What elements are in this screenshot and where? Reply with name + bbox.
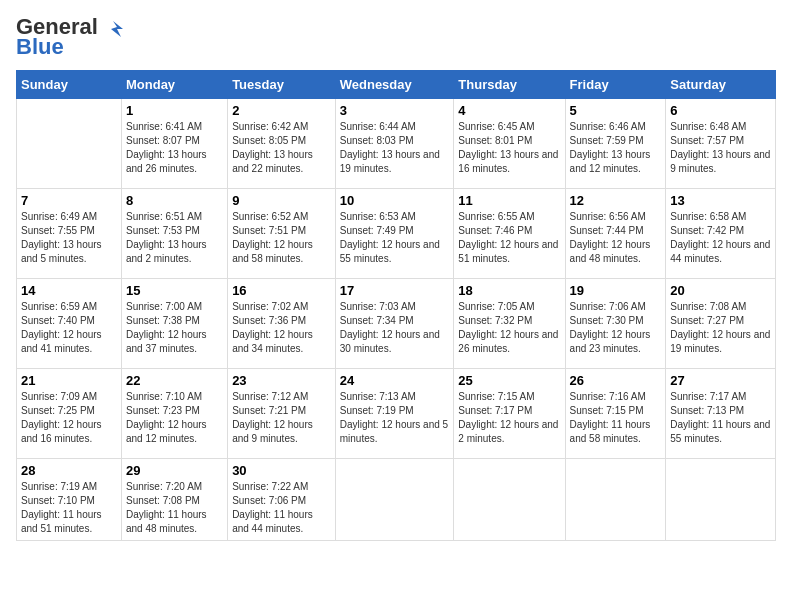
day-info: Sunrise: 6:44 AMSunset: 8:03 PMDaylight:… bbox=[340, 120, 450, 176]
calendar-day-cell bbox=[17, 99, 122, 189]
day-info: Sunrise: 6:52 AMSunset: 7:51 PMDaylight:… bbox=[232, 210, 331, 266]
calendar-day-cell: 30Sunrise: 7:22 AMSunset: 7:06 PMDayligh… bbox=[228, 459, 336, 541]
day-number: 18 bbox=[458, 283, 560, 298]
calendar-day-cell: 13Sunrise: 6:58 AMSunset: 7:42 PMDayligh… bbox=[666, 189, 776, 279]
day-info: Sunrise: 7:13 AMSunset: 7:19 PMDaylight:… bbox=[340, 390, 450, 446]
day-number: 7 bbox=[21, 193, 117, 208]
calendar-day-cell bbox=[565, 459, 666, 541]
calendar-day-cell: 6Sunrise: 6:48 AMSunset: 7:57 PMDaylight… bbox=[666, 99, 776, 189]
day-info: Sunrise: 7:17 AMSunset: 7:13 PMDaylight:… bbox=[670, 390, 771, 446]
day-number: 2 bbox=[232, 103, 331, 118]
logo: General Blue bbox=[16, 16, 124, 60]
day-number: 24 bbox=[340, 373, 450, 388]
calendar-day-cell: 4Sunrise: 6:45 AMSunset: 8:01 PMDaylight… bbox=[454, 99, 565, 189]
calendar-day-cell: 24Sunrise: 7:13 AMSunset: 7:19 PMDayligh… bbox=[335, 369, 454, 459]
day-number: 28 bbox=[21, 463, 117, 478]
day-info: Sunrise: 7:02 AMSunset: 7:36 PMDaylight:… bbox=[232, 300, 331, 356]
calendar-day-cell: 2Sunrise: 6:42 AMSunset: 8:05 PMDaylight… bbox=[228, 99, 336, 189]
day-number: 21 bbox=[21, 373, 117, 388]
calendar-week-row: 7Sunrise: 6:49 AMSunset: 7:55 PMDaylight… bbox=[17, 189, 776, 279]
calendar-day-cell: 28Sunrise: 7:19 AMSunset: 7:10 PMDayligh… bbox=[17, 459, 122, 541]
day-number: 27 bbox=[670, 373, 771, 388]
day-number: 10 bbox=[340, 193, 450, 208]
day-info: Sunrise: 7:12 AMSunset: 7:21 PMDaylight:… bbox=[232, 390, 331, 446]
day-info: Sunrise: 7:16 AMSunset: 7:15 PMDaylight:… bbox=[570, 390, 662, 446]
day-number: 11 bbox=[458, 193, 560, 208]
weekday-header-sunday: Sunday bbox=[17, 71, 122, 99]
calendar-day-cell: 10Sunrise: 6:53 AMSunset: 7:49 PMDayligh… bbox=[335, 189, 454, 279]
calendar-week-row: 21Sunrise: 7:09 AMSunset: 7:25 PMDayligh… bbox=[17, 369, 776, 459]
weekday-header-friday: Friday bbox=[565, 71, 666, 99]
day-info: Sunrise: 6:53 AMSunset: 7:49 PMDaylight:… bbox=[340, 210, 450, 266]
logo-blue-text: Blue bbox=[16, 34, 64, 60]
day-number: 5 bbox=[570, 103, 662, 118]
day-number: 26 bbox=[570, 373, 662, 388]
day-number: 23 bbox=[232, 373, 331, 388]
calendar-day-cell: 16Sunrise: 7:02 AMSunset: 7:36 PMDayligh… bbox=[228, 279, 336, 369]
calendar-day-cell: 23Sunrise: 7:12 AMSunset: 7:21 PMDayligh… bbox=[228, 369, 336, 459]
calendar-day-cell: 22Sunrise: 7:10 AMSunset: 7:23 PMDayligh… bbox=[121, 369, 227, 459]
day-number: 1 bbox=[126, 103, 223, 118]
day-info: Sunrise: 7:08 AMSunset: 7:27 PMDaylight:… bbox=[670, 300, 771, 356]
calendar-day-cell: 8Sunrise: 6:51 AMSunset: 7:53 PMDaylight… bbox=[121, 189, 227, 279]
day-info: Sunrise: 7:06 AMSunset: 7:30 PMDaylight:… bbox=[570, 300, 662, 356]
calendar-day-cell: 17Sunrise: 7:03 AMSunset: 7:34 PMDayligh… bbox=[335, 279, 454, 369]
calendar-table: SundayMondayTuesdayWednesdayThursdayFrid… bbox=[16, 70, 776, 541]
logo-bird-icon bbox=[105, 19, 123, 37]
day-info: Sunrise: 6:55 AMSunset: 7:46 PMDaylight:… bbox=[458, 210, 560, 266]
day-number: 30 bbox=[232, 463, 331, 478]
calendar-day-cell: 15Sunrise: 7:00 AMSunset: 7:38 PMDayligh… bbox=[121, 279, 227, 369]
day-info: Sunrise: 7:19 AMSunset: 7:10 PMDaylight:… bbox=[21, 480, 117, 536]
day-info: Sunrise: 7:20 AMSunset: 7:08 PMDaylight:… bbox=[126, 480, 223, 536]
day-info: Sunrise: 6:48 AMSunset: 7:57 PMDaylight:… bbox=[670, 120, 771, 176]
weekday-header-thursday: Thursday bbox=[454, 71, 565, 99]
day-info: Sunrise: 6:51 AMSunset: 7:53 PMDaylight:… bbox=[126, 210, 223, 266]
day-number: 19 bbox=[570, 283, 662, 298]
day-number: 8 bbox=[126, 193, 223, 208]
calendar-day-cell: 7Sunrise: 6:49 AMSunset: 7:55 PMDaylight… bbox=[17, 189, 122, 279]
day-info: Sunrise: 6:59 AMSunset: 7:40 PMDaylight:… bbox=[21, 300, 117, 356]
day-info: Sunrise: 6:49 AMSunset: 7:55 PMDaylight:… bbox=[21, 210, 117, 266]
day-number: 4 bbox=[458, 103, 560, 118]
calendar-day-cell: 29Sunrise: 7:20 AMSunset: 7:08 PMDayligh… bbox=[121, 459, 227, 541]
calendar-day-cell: 27Sunrise: 7:17 AMSunset: 7:13 PMDayligh… bbox=[666, 369, 776, 459]
calendar-day-cell: 1Sunrise: 6:41 AMSunset: 8:07 PMDaylight… bbox=[121, 99, 227, 189]
weekday-header-row: SundayMondayTuesdayWednesdayThursdayFrid… bbox=[17, 71, 776, 99]
day-number: 25 bbox=[458, 373, 560, 388]
calendar-day-cell: 11Sunrise: 6:55 AMSunset: 7:46 PMDayligh… bbox=[454, 189, 565, 279]
day-info: Sunrise: 6:56 AMSunset: 7:44 PMDaylight:… bbox=[570, 210, 662, 266]
day-info: Sunrise: 6:41 AMSunset: 8:07 PMDaylight:… bbox=[126, 120, 223, 176]
calendar-day-cell: 25Sunrise: 7:15 AMSunset: 7:17 PMDayligh… bbox=[454, 369, 565, 459]
page-header: General Blue bbox=[16, 16, 776, 60]
day-number: 29 bbox=[126, 463, 223, 478]
weekday-header-tuesday: Tuesday bbox=[228, 71, 336, 99]
day-number: 13 bbox=[670, 193, 771, 208]
day-number: 9 bbox=[232, 193, 331, 208]
weekday-header-monday: Monday bbox=[121, 71, 227, 99]
calendar-week-row: 28Sunrise: 7:19 AMSunset: 7:10 PMDayligh… bbox=[17, 459, 776, 541]
calendar-day-cell bbox=[454, 459, 565, 541]
calendar-day-cell: 21Sunrise: 7:09 AMSunset: 7:25 PMDayligh… bbox=[17, 369, 122, 459]
day-info: Sunrise: 7:10 AMSunset: 7:23 PMDaylight:… bbox=[126, 390, 223, 446]
day-number: 3 bbox=[340, 103, 450, 118]
day-number: 12 bbox=[570, 193, 662, 208]
day-number: 14 bbox=[21, 283, 117, 298]
calendar-week-row: 1Sunrise: 6:41 AMSunset: 8:07 PMDaylight… bbox=[17, 99, 776, 189]
day-info: Sunrise: 7:22 AMSunset: 7:06 PMDaylight:… bbox=[232, 480, 331, 536]
calendar-day-cell bbox=[335, 459, 454, 541]
day-info: Sunrise: 7:00 AMSunset: 7:38 PMDaylight:… bbox=[126, 300, 223, 356]
day-info: Sunrise: 6:45 AMSunset: 8:01 PMDaylight:… bbox=[458, 120, 560, 176]
calendar-day-cell: 5Sunrise: 6:46 AMSunset: 7:59 PMDaylight… bbox=[565, 99, 666, 189]
calendar-day-cell: 3Sunrise: 6:44 AMSunset: 8:03 PMDaylight… bbox=[335, 99, 454, 189]
day-number: 17 bbox=[340, 283, 450, 298]
calendar-day-cell: 20Sunrise: 7:08 AMSunset: 7:27 PMDayligh… bbox=[666, 279, 776, 369]
day-number: 6 bbox=[670, 103, 771, 118]
calendar-day-cell: 26Sunrise: 7:16 AMSunset: 7:15 PMDayligh… bbox=[565, 369, 666, 459]
calendar-week-row: 14Sunrise: 6:59 AMSunset: 7:40 PMDayligh… bbox=[17, 279, 776, 369]
calendar-day-cell: 18Sunrise: 7:05 AMSunset: 7:32 PMDayligh… bbox=[454, 279, 565, 369]
svg-marker-0 bbox=[111, 21, 123, 37]
day-info: Sunrise: 7:15 AMSunset: 7:17 PMDaylight:… bbox=[458, 390, 560, 446]
calendar-day-cell bbox=[666, 459, 776, 541]
day-info: Sunrise: 7:03 AMSunset: 7:34 PMDaylight:… bbox=[340, 300, 450, 356]
weekday-header-saturday: Saturday bbox=[666, 71, 776, 99]
